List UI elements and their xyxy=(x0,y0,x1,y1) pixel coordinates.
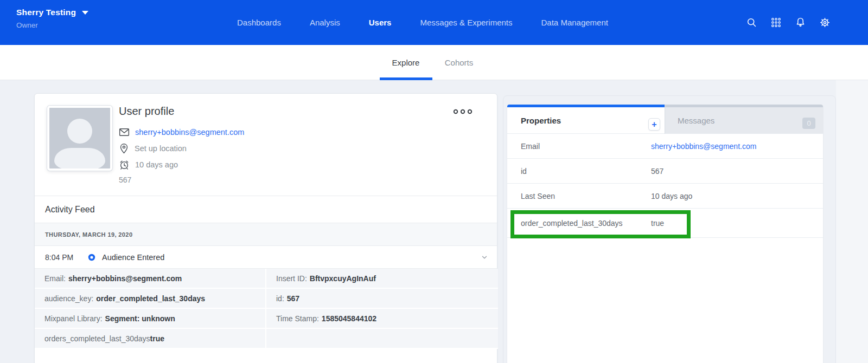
activity-feed-title: Activity Feed xyxy=(35,196,497,223)
activity-event-row[interactable]: 8:04 PM Audience Entered xyxy=(35,246,497,269)
notifications-bell-icon[interactable] xyxy=(795,17,806,28)
profile-summary: User profile sherry+bobbins@segment.com xyxy=(35,94,497,196)
location-pin-icon xyxy=(119,143,129,154)
property-row-last-seen: Last Seen 10 days ago xyxy=(507,184,823,209)
profile-location[interactable]: Set up location xyxy=(135,144,187,153)
nav-item-dashboards[interactable]: Dashboards xyxy=(237,18,281,27)
tab-properties[interactable]: Properties + xyxy=(507,105,665,134)
page-title: User profile xyxy=(119,105,244,118)
event-type-dot-icon xyxy=(88,254,95,261)
email-envelope-icon xyxy=(119,127,130,137)
caret-down-icon xyxy=(82,11,88,15)
panel-tab-bar: Properties + Messages 0 xyxy=(507,105,823,134)
messages-count-badge: 0 xyxy=(802,118,815,129)
app-screen: Sherry Testing Owner Dashboards Analysis… xyxy=(0,0,868,363)
nav-item-users[interactable]: Users xyxy=(369,18,392,27)
property-row-email: Email sherry+bobbins@segment.com xyxy=(507,134,823,159)
event-property-cell: orders_completed_last_30daystrue xyxy=(35,329,266,349)
tab-explore[interactable]: Explore xyxy=(380,45,432,80)
event-property-cell: id:567 xyxy=(266,289,498,309)
event-property-cell: Insert ID:BftvpxcuyAgInAuf xyxy=(266,269,498,289)
user-profile-card: User profile sherry+bobbins@segment.com xyxy=(34,93,497,363)
workspace-switcher[interactable]: Sherry Testing Owner xyxy=(16,8,88,29)
ellipsis-circle-icon xyxy=(467,109,473,114)
add-property-button[interactable]: + xyxy=(648,118,660,131)
chevron-down-icon[interactable] xyxy=(481,254,488,261)
primary-nav: Dashboards Analysis Users Messages & Exp… xyxy=(237,0,608,45)
topbar-icon-group xyxy=(746,0,831,45)
profile-email-link[interactable]: sherry+bobbins@segment.com xyxy=(135,128,244,137)
active-tab-underline xyxy=(380,77,432,80)
right-gutter xyxy=(836,80,868,363)
workspace-name[interactable]: Sherry Testing xyxy=(16,8,76,17)
event-property-cell: Email:sherry+bobbins@segment.com xyxy=(35,269,266,289)
event-time: 8:04 PM xyxy=(45,253,79,262)
page-tab-bar: Explore Cohorts xyxy=(0,45,868,80)
top-navigation-bar: Sherry Testing Owner Dashboards Analysis… xyxy=(0,0,868,45)
nav-item-messages-experiments[interactable]: Messages & Experiments xyxy=(420,18,512,27)
property-row-order-completed: order_completed_last_30days true xyxy=(507,209,823,238)
property-email-link[interactable]: sherry+bobbins@segment.com xyxy=(651,142,756,151)
settings-gear-icon[interactable] xyxy=(819,17,831,28)
nav-item-data-management[interactable]: Data Management xyxy=(541,18,608,27)
event-name: Audience Entered xyxy=(102,253,164,262)
profile-user-id: 567 xyxy=(119,176,244,184)
avatar xyxy=(47,106,112,171)
ellipsis-circle-icon xyxy=(453,109,458,114)
activity-date-header: THURSDAY, MARCH 19, 2020 xyxy=(35,223,497,246)
search-icon[interactable] xyxy=(746,17,757,28)
event-properties-table: Email:sherry+bobbins@segment.com Insert … xyxy=(35,269,497,349)
properties-panel: Properties + Messages 0 Email sherry+bob… xyxy=(507,105,823,363)
profile-last-seen: 10 days ago xyxy=(135,160,178,169)
nav-item-analysis[interactable]: Analysis xyxy=(310,18,340,27)
event-property-cell-empty xyxy=(266,329,498,349)
event-property-cell: Mixpanel Library:Segment: unknown xyxy=(35,309,266,329)
tab-messages[interactable]: Messages 0 xyxy=(665,105,823,134)
event-property-cell: Time Stamp:1585045844102 xyxy=(266,309,498,329)
property-row-id: id 567 xyxy=(507,159,823,184)
apps-grid-icon[interactable] xyxy=(770,17,782,28)
tab-cohorts[interactable]: Cohorts xyxy=(433,45,485,80)
event-property-cell: audience_key:order_completed_last_30days xyxy=(35,289,266,309)
workspace-role: Owner xyxy=(16,21,88,29)
more-options-button[interactable] xyxy=(453,109,473,114)
ellipsis-circle-icon xyxy=(460,109,465,114)
alarm-clock-icon xyxy=(119,159,130,171)
